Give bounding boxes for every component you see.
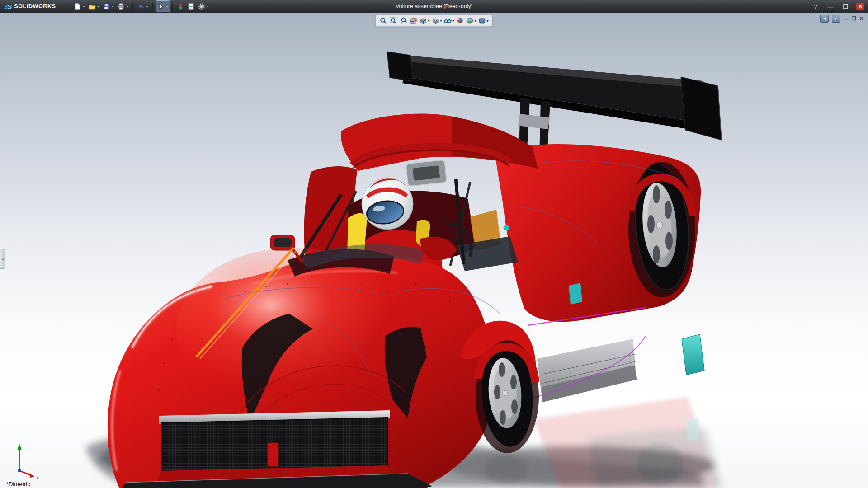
undo-dropdown-arrow[interactable]: ▾	[145, 5, 149, 9]
view-orientation-label: *Dimetric	[6, 481, 30, 488]
graphics-area[interactable]: x	[0, 13, 868, 488]
hide-show-items-button[interactable]: ▾	[443, 16, 454, 25]
open-folder-icon	[88, 3, 96, 10]
tile-left-button[interactable]: ◄	[820, 15, 829, 23]
hide-show-dropdown-arrow[interactable]: ▾	[452, 19, 454, 23]
open-button[interactable]: ▾	[87, 1, 101, 12]
dassault-logo-icon: 3S	[4, 3, 11, 10]
save-floppy-icon	[103, 3, 110, 10]
triad-z-axis	[18, 469, 21, 472]
display-style-dropdown-arrow[interactable]: ▾	[440, 19, 442, 23]
display-style-button[interactable]: ▾	[431, 16, 442, 25]
zoom-to-area-button[interactable]	[389, 16, 398, 25]
solidworks-logo: 3S SOLIDWORKS	[0, 3, 60, 10]
view-settings-button[interactable]: ▾	[478, 16, 489, 25]
options-button[interactable]: ▾	[197, 1, 210, 12]
open-dropdown-arrow[interactable]: ▾	[96, 5, 100, 9]
triad-x-label: x	[36, 475, 39, 480]
view-settings-dropdown-arrow[interactable]: ▾	[487, 19, 489, 23]
undo-button[interactable]: ▾	[136, 1, 150, 12]
view-settings-icon	[478, 17, 486, 25]
select-cursor-icon	[157, 3, 165, 10]
help-button[interactable]: ?	[811, 3, 820, 10]
title-bar[interactable]: 3S SOLIDWORKS ▾ ▾ ▾	[0, 0, 868, 13]
section-view-button[interactable]	[409, 16, 418, 25]
orientation-triad: x	[17, 444, 39, 480]
zoom-to-fit-button[interactable]	[379, 16, 388, 25]
minimize-button[interactable]: —	[826, 3, 835, 10]
select-dropdown-arrow[interactable]: ▾	[165, 5, 169, 9]
driver-helmet	[362, 178, 413, 230]
section-view-icon	[409, 17, 417, 25]
heads-up-view-toolbar: ▾ ▾ ▾	[375, 15, 492, 27]
new-document-button[interactable]: ▾	[73, 1, 86, 12]
triad-x-axis	[28, 473, 34, 478]
restore-document-button[interactable]: ❐	[852, 16, 856, 22]
file-properties-button[interactable]	[186, 1, 196, 12]
document-window-controls: ◄ ► — ❐ ✕	[820, 15, 863, 23]
new-dropdown-arrow[interactable]: ▾	[82, 5, 85, 9]
zoom-to-area-icon	[389, 17, 397, 25]
print-icon	[117, 3, 125, 10]
apply-scene-icon	[466, 17, 474, 25]
view-orientation-button[interactable]: ▾	[419, 16, 430, 25]
undo-arrow-icon	[137, 3, 145, 10]
featuremanager-flyout-handle[interactable]: ◂	[0, 249, 5, 269]
maximize-button[interactable]: ❐	[841, 3, 849, 10]
standard-toolbar: ▾ ▾ ▾ ▾	[73, 1, 210, 12]
options-gear-icon	[198, 3, 205, 10]
options-dropdown-arrow[interactable]: ▾	[206, 5, 209, 9]
toolbar-separator	[132, 3, 133, 10]
apply-scene-button[interactable]: ▾	[466, 16, 477, 25]
triad-y-axis	[17, 444, 22, 450]
window-controls: ? — ❐ ✕	[811, 0, 864, 13]
front-wheel	[476, 340, 539, 453]
toolbar-separator	[172, 3, 173, 10]
save-button[interactable]: ▾	[102, 1, 115, 12]
select-button[interactable]: ▾	[156, 1, 170, 12]
3d-viewport-canvas[interactable]: x	[0, 13, 868, 488]
close-document-button[interactable]: ✕	[859, 16, 863, 22]
close-button[interactable]: ✕	[856, 3, 864, 10]
zoom-to-fit-icon	[379, 17, 387, 25]
edit-appearance-button[interactable]	[456, 16, 465, 25]
front-grille	[122, 410, 432, 488]
print-button[interactable]: ▾	[116, 1, 130, 12]
save-dropdown-arrow[interactable]: ▾	[111, 5, 114, 9]
rebuild-button[interactable]	[176, 1, 185, 12]
previous-view-button[interactable]	[399, 16, 408, 25]
display-style-icon	[431, 17, 439, 25]
tile-right-button[interactable]: ►	[832, 15, 840, 23]
apply-scene-dropdown-arrow[interactable]: ▾	[475, 19, 476, 23]
edit-appearance-ball-icon	[456, 17, 464, 25]
document-title: Voiture assemblee [Read-only]	[396, 3, 472, 9]
print-dropdown-arrow[interactable]: ▾	[125, 5, 129, 9]
previous-view-icon	[399, 17, 407, 25]
view-orientation-dropdown-arrow[interactable]: ▾	[428, 19, 429, 23]
minimize-document-button[interactable]: —	[844, 16, 849, 22]
hide-show-glasses-icon	[443, 17, 452, 25]
view-orientation-cube-icon	[419, 17, 427, 25]
toolbar-separator	[152, 3, 153, 10]
rebuild-trafficlight-icon	[177, 3, 184, 10]
new-document-icon	[74, 3, 81, 10]
brand-text: SOLIDWORKS	[14, 3, 56, 9]
file-properties-icon	[187, 3, 195, 10]
